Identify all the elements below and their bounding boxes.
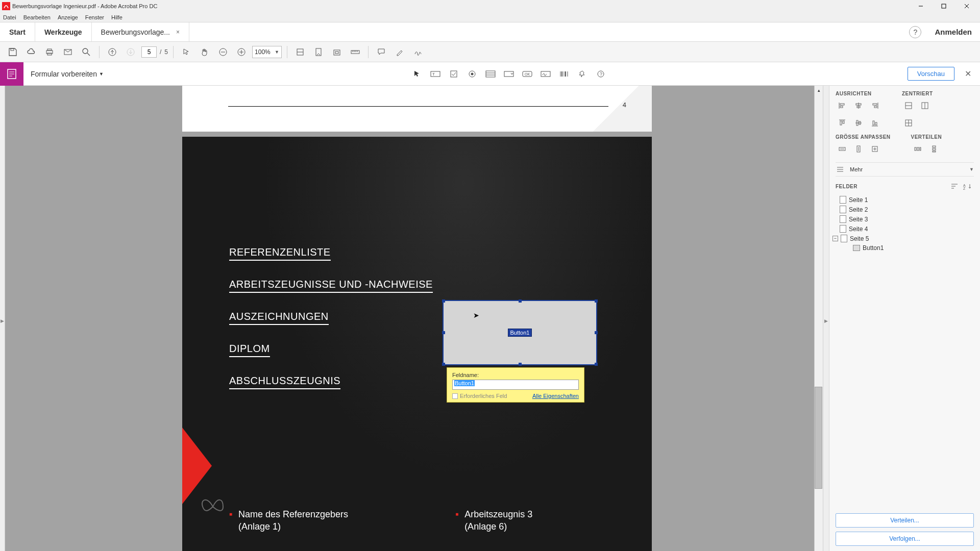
minimize-button[interactable] — [909, 0, 932, 12]
checkbox-tool-icon[interactable] — [447, 67, 461, 81]
all-properties-link[interactable]: Alle Eigenschaften — [532, 393, 579, 399]
size-width-icon[interactable] — [836, 143, 849, 155]
tree-page-3[interactable]: Seite 3 — [836, 214, 974, 224]
center-h-icon[interactable] — [902, 99, 915, 112]
document-area[interactable]: 4 REFERENZENLISTE ARBEITSZEUGNISSE UND -… — [5, 86, 823, 551]
fieldname-label: Feldname: — [452, 372, 579, 378]
tab-werkzeuge[interactable]: Werkzeuge — [35, 22, 92, 41]
dropdown-tool-icon[interactable] — [502, 67, 516, 81]
ref1-name: Name des Referenzgebers — [229, 509, 348, 520]
close-formbar-icon[interactable]: ✕ — [960, 69, 976, 79]
textfield-tool-icon[interactable]: T — [428, 67, 443, 81]
tree-page-2[interactable]: Seite 2 — [836, 205, 974, 214]
menu-fenster[interactable]: Fenster — [85, 14, 104, 20]
signature-field-tool-icon[interactable] — [538, 67, 553, 81]
distribute-h-icon[interactable] — [911, 143, 924, 155]
svg-rect-55 — [874, 106, 877, 108]
more-dropdown[interactable]: Mehr ▼ — [836, 162, 974, 177]
tab-start[interactable]: Start — [0, 22, 35, 41]
svg-rect-7 — [47, 49, 52, 51]
mail-icon[interactable] — [60, 44, 76, 60]
preview-button[interactable]: Vorschau — [908, 67, 954, 81]
close-button[interactable] — [955, 0, 978, 12]
size-height-icon[interactable] — [852, 143, 865, 155]
signin-link[interactable]: Anmelden — [926, 22, 980, 41]
page-number-input[interactable] — [141, 46, 157, 58]
barcode-tool-icon[interactable] — [557, 67, 571, 81]
left-splitter[interactable]: ▶ — [0, 86, 5, 551]
size-both-icon[interactable] — [868, 143, 881, 155]
align-left-icon[interactable] — [836, 99, 849, 112]
page-separator: / — [160, 48, 161, 56]
zoom-select[interactable]: 100%▼ — [252, 46, 282, 58]
align-middle-icon[interactable] — [852, 117, 865, 129]
radio-tool-icon[interactable] — [465, 67, 479, 81]
tab-close-icon[interactable]: × — [176, 29, 180, 36]
svg-rect-33 — [486, 71, 495, 77]
track-button[interactable]: Verfolgen... — [836, 532, 974, 546]
search-icon[interactable] — [79, 44, 94, 60]
fit-width-icon[interactable] — [292, 44, 308, 60]
sort-icon[interactable] — [949, 182, 960, 191]
svg-rect-48 — [840, 104, 844, 105]
menu-bearbeiten[interactable]: Bearbeiten — [23, 14, 51, 20]
zoom-in-icon[interactable] — [234, 44, 249, 60]
save-icon[interactable] — [5, 44, 20, 60]
cloud-icon[interactable] — [23, 44, 39, 60]
form-help-icon[interactable]: ? — [594, 67, 608, 81]
fieldname-input[interactable]: Button1 — [452, 380, 579, 390]
form-field-button1[interactable]: Button1 ➤ — [443, 300, 597, 365]
tree-page-4[interactable]: Seite 4 — [836, 224, 974, 234]
distribute-v-icon[interactable] — [927, 143, 941, 155]
prev-page-icon[interactable] — [105, 44, 120, 60]
center-v-icon[interactable] — [918, 99, 932, 112]
sort-az-icon[interactable]: AZ — [962, 182, 974, 191]
right-splitter[interactable]: ▶ — [823, 86, 829, 551]
print-icon[interactable] — [42, 44, 57, 60]
align-center-h-icon[interactable] — [852, 99, 865, 112]
scroll-up-icon[interactable]: ▴ — [815, 86, 823, 94]
zoom-out-icon[interactable] — [215, 44, 231, 60]
measure-icon[interactable] — [348, 44, 363, 60]
distribute-button[interactable]: Verteilen... — [836, 513, 974, 528]
form-bar-title[interactable]: Formular vorbereiten▼ — [23, 70, 111, 78]
highlight-icon[interactable] — [392, 44, 407, 60]
section-ausrichten: AUSRICHTEN — [836, 91, 881, 96]
center-both-icon[interactable] — [902, 117, 915, 129]
pointer-tool-icon[interactable] — [179, 44, 194, 60]
select-tool-icon[interactable] — [410, 67, 424, 81]
ref2-name: Arbeitszeugnis 3 — [455, 509, 532, 520]
listbox-tool-icon[interactable] — [483, 67, 498, 81]
svg-rect-2 — [942, 4, 946, 8]
tree-page-5[interactable]: −Seite 5 — [836, 234, 974, 243]
tree-field-button1[interactable]: Button1 — [836, 243, 974, 253]
expander-icon[interactable]: − — [832, 236, 838, 241]
next-page-icon[interactable] — [123, 44, 138, 60]
scroll-thumb[interactable] — [815, 387, 822, 489]
menu-hilfe[interactable]: Hilfe — [111, 14, 122, 20]
tab-document[interactable]: Bewerbungsvorlage... × — [92, 22, 189, 41]
tab-row: Start Werkzeuge Bewerbungsvorlage... × ?… — [0, 22, 980, 42]
form-bar-title-label: Formular vorbereiten — [31, 70, 97, 78]
tree-page-1[interactable]: Seite 1 — [836, 195, 974, 205]
button-tool-icon[interactable]: OK — [520, 67, 534, 81]
menu-anzeige[interactable]: Anzeige — [58, 14, 78, 20]
rotate-icon[interactable] — [329, 44, 345, 60]
fit-page-icon[interactable] — [311, 44, 326, 60]
page-total: 5 — [164, 48, 168, 56]
form-mode-icon[interactable] — [0, 62, 23, 86]
pin-tool-icon[interactable] — [575, 67, 590, 81]
svg-rect-80 — [933, 151, 936, 152]
hand-tool-icon[interactable] — [197, 44, 212, 60]
help-icon[interactable]: ? — [909, 26, 921, 38]
align-top-icon[interactable] — [836, 117, 849, 129]
required-checkbox[interactable]: Erforderliches Feld — [452, 393, 507, 399]
align-bottom-icon[interactable] — [868, 117, 881, 129]
align-right-icon[interactable] — [868, 99, 881, 112]
scrollbar[interactable]: ▴ — [814, 86, 823, 551]
signature-icon[interactable] — [410, 44, 426, 60]
maximize-button[interactable] — [932, 0, 955, 12]
form-bar: Formular vorbereiten▼ T OK ? Vorschau ✕ — [0, 62, 980, 86]
menu-datei[interactable]: Datei — [3, 14, 16, 20]
comment-icon[interactable] — [374, 44, 389, 60]
